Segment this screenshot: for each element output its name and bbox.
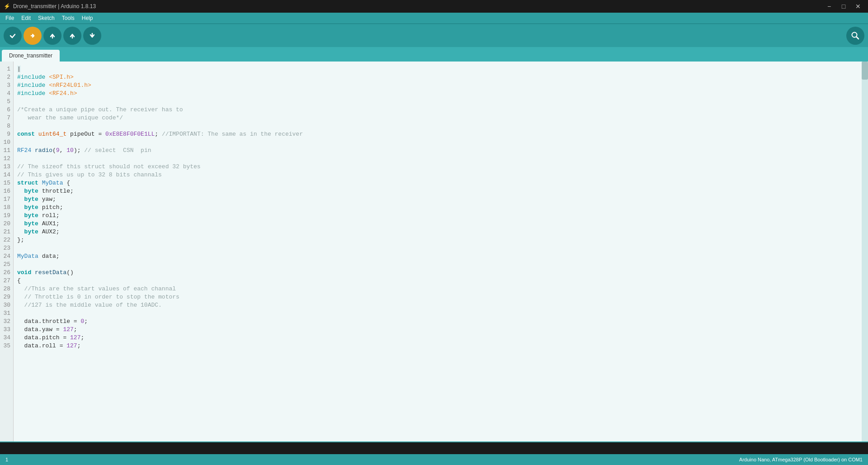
app-icon: ⚡ (4, 3, 10, 9)
menu-sketch[interactable]: Sketch (34, 13, 58, 24)
code-editor[interactable]: 1 2 3 4 5 6 7 8 9 10 11 12 13 14 15 16 1… (0, 62, 868, 441)
code-text[interactable]: | #include <SPI.h> #include <nRF24L01.h>… (14, 62, 868, 441)
menu-bar: File Edit Sketch Tools Help (0, 13, 868, 24)
search-button[interactable] (846, 27, 864, 45)
vertical-scrollbar[interactable] (862, 62, 868, 441)
minimize-button[interactable]: − (823, 1, 835, 11)
verify-button[interactable] (4, 27, 22, 45)
status-bar: 1 Arduino Nano, ATmega328P (Old Bootload… (0, 454, 868, 465)
open-button[interactable] (63, 27, 81, 45)
scrollbar-thumb[interactable] (862, 62, 868, 80)
upload-button[interactable] (24, 27, 42, 45)
tabs-bar: Drone_transmitter ▼ (0, 47, 868, 62)
titlebar-left: ⚡ Drone_transmitter | Arduino 1.8.13 (4, 3, 96, 9)
menu-edit[interactable]: Edit (18, 13, 34, 24)
titlebar-controls[interactable]: − □ ✕ (823, 1, 864, 11)
console-area (0, 441, 868, 454)
board-info: Arduino Nano, ATmega328P (Old Bootloader… (739, 457, 863, 462)
save-button[interactable] (83, 27, 101, 45)
line-indicator: 1 (5, 457, 8, 462)
new-button[interactable] (43, 27, 61, 45)
svg-line-7 (857, 37, 859, 39)
title-bar: ⚡ Drone_transmitter | Arduino 1.8.13 − □… (0, 0, 868, 13)
close-button[interactable]: ✕ (852, 1, 864, 11)
line-numbers: 1 2 3 4 5 6 7 8 9 10 11 12 13 14 15 16 1… (0, 62, 14, 441)
maximize-button[interactable]: □ (837, 1, 850, 11)
menu-help[interactable]: Help (78, 13, 97, 24)
window-title: Drone_transmitter | Arduino 1.8.13 (13, 3, 96, 9)
toolbar (0, 24, 868, 47)
tab-drone-transmitter[interactable]: Drone_transmitter (2, 50, 60, 62)
menu-file[interactable]: File (2, 13, 18, 24)
menu-tools[interactable]: Tools (58, 13, 78, 24)
svg-point-0 (8, 31, 17, 40)
